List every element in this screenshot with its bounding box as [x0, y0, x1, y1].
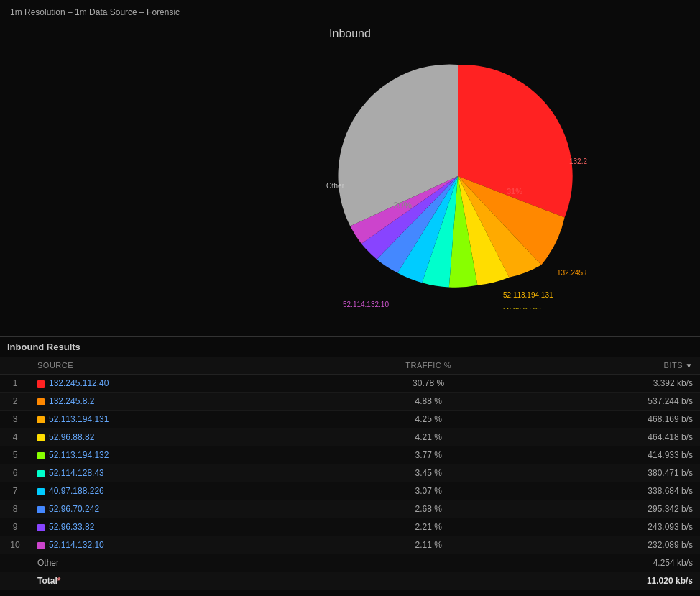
results-table: SOURCE TRAFFIC % BITS ▼ 1 132.245.112.40…: [0, 357, 700, 590]
row-traffic: 4.25 %: [338, 411, 519, 428]
table-row: 5 52.113.194.132 3.77 % 414.933 b/s: [0, 446, 700, 464]
table-row: 8 52.96.70.242 2.68 % 295.342 b/s: [0, 500, 700, 518]
header-title: 1m Resolution – 1m Data Source – Forensi…: [10, 7, 180, 17]
row-color-indicator: [37, 488, 45, 495]
row-source: 52.113.194.132: [30, 446, 338, 464]
row-traffic: 3.77 %: [338, 446, 519, 464]
row-traffic: 4.88 %: [338, 393, 519, 411]
row-bits: 243.093 b/s: [519, 518, 700, 536]
row-source: 40.97.188.226: [30, 482, 338, 500]
row-color-indicator: [37, 380, 45, 388]
table-row: 6 52.114.128.43 3.45 % 380.471 b/s: [0, 464, 700, 482]
row-source: 52.114.128.43: [30, 464, 338, 482]
chart-section: Inbound: [0, 22, 700, 331]
row-color-indicator: [37, 416, 45, 423]
label-other: Other: [326, 182, 345, 190]
row-bits: 338.684 b/s: [519, 482, 700, 500]
other-num: [0, 554, 30, 572]
row-source: 52.96.88.82: [30, 428, 338, 446]
row-source: 52.96.33.82: [30, 518, 338, 536]
row-traffic: 4.21 %: [338, 428, 519, 446]
table-row: 9 52.96.33.82 2.21 % 243.093 b/s: [0, 518, 700, 536]
table-row: 3 52.113.194.131 4.25 % 468.169 b/s: [0, 411, 700, 428]
label-2: 132.245.8.2: [557, 269, 587, 277]
row-num: 4: [0, 428, 30, 446]
row-traffic: 2.21 %: [338, 518, 519, 536]
row-source: 132.245.112.40: [30, 375, 338, 393]
row-bits: 464.418 b/s: [519, 428, 700, 446]
label-3: 52.113.194.131: [503, 291, 553, 299]
row-bits: 3.392 kb/s: [519, 375, 700, 393]
row-bits: 232.089 b/s: [519, 536, 700, 554]
row-traffic: 2.11 %: [338, 536, 519, 554]
row-color-indicator: [37, 524, 45, 531]
col-bits[interactable]: BITS ▼: [519, 357, 700, 375]
row-bits: 295.342 b/s: [519, 500, 700, 518]
row-num: 2: [0, 393, 30, 411]
other-total-section: Other 4.254 kb/s Total* 11.020 kb/s: [0, 554, 700, 590]
col-num: [0, 357, 30, 375]
row-source: 132.245.8.2: [30, 393, 338, 411]
table-row: 4 52.96.88.82 4.21 % 464.418 b/s: [0, 428, 700, 446]
chart-title: Inbound: [329, 27, 371, 40]
row-color-indicator: [37, 542, 45, 549]
col-traffic: TRAFFIC %: [338, 357, 519, 375]
table-row: 2 132.245.8.2 4.88 % 537.244 b/s: [0, 393, 700, 411]
pie-chart: 132.245.112.40 31% Other 39% 132.245.8.2…: [113, 43, 587, 309]
row-traffic: 30.78 %: [338, 375, 519, 393]
row-bits: 414.933 b/s: [519, 446, 700, 464]
table-row: 1 132.245.112.40 30.78 % 3.392 kb/s: [0, 375, 700, 393]
col-source: SOURCE: [30, 357, 338, 375]
other-row: Other 4.254 kb/s: [0, 554, 700, 572]
total-bits: 11.020 kb/s: [519, 572, 700, 590]
row-source: 52.96.70.242: [30, 500, 338, 518]
row-bits: 380.471 b/s: [519, 464, 700, 482]
total-num: [0, 572, 30, 590]
row-num: 10: [0, 536, 30, 554]
row-source: 52.114.132.10: [30, 536, 338, 554]
row-bits: 537.244 b/s: [519, 393, 700, 411]
row-color-indicator: [37, 506, 45, 513]
label-39pct: 39%: [393, 200, 412, 211]
row-bits: 468.169 b/s: [519, 411, 700, 428]
table-row: 10 52.114.132.10 2.11 % 232.089 b/s: [0, 536, 700, 554]
label-1-pct: 31%: [507, 187, 522, 196]
sort-arrow-bits: ▼: [686, 362, 693, 370]
row-color-indicator: [37, 470, 45, 477]
total-row: Total* 11.020 kb/s: [0, 572, 700, 590]
row-num: 8: [0, 500, 30, 518]
row-num: 3: [0, 411, 30, 428]
results-footer: Results 1-10 of 70: [0, 590, 700, 596]
other-bits: 4.254 kb/s: [519, 554, 700, 572]
label-1: 132.245.112.40: [569, 157, 587, 165]
row-color-indicator: [37, 398, 45, 405]
label-10: 52.114.132.10: [343, 301, 389, 308]
row-color-indicator: [37, 452, 45, 459]
row-traffic: 3.45 %: [338, 464, 519, 482]
row-traffic: 3.07 %: [338, 482, 519, 500]
total-traffic: [338, 572, 519, 590]
page-header: 1m Resolution – 1m Data Source – Forensi…: [0, 0, 700, 22]
row-traffic: 2.68 %: [338, 500, 519, 518]
row-num: 1: [0, 375, 30, 393]
total-label: Total*: [30, 572, 338, 590]
table-header-row: SOURCE TRAFFIC % BITS ▼: [0, 357, 700, 375]
row-num: 9: [0, 518, 30, 536]
table-row: 7 40.97.188.226 3.07 % 338.684 b/s: [0, 482, 700, 500]
other-traffic: [338, 554, 519, 572]
label-4: 52.96.88.82: [503, 307, 541, 309]
row-color-indicator: [37, 434, 45, 441]
row-num: 5: [0, 446, 30, 464]
table-body: 1 132.245.112.40 30.78 % 3.392 kb/s 2 13…: [0, 375, 700, 554]
other-label: Other: [30, 554, 338, 572]
results-title: Inbound Results: [0, 337, 700, 357]
row-num: 7: [0, 482, 30, 500]
results-section: Inbound Results SOURCE TRAFFIC % BITS ▼ …: [0, 337, 700, 596]
row-source: 52.113.194.131: [30, 411, 338, 428]
row-num: 6: [0, 464, 30, 482]
